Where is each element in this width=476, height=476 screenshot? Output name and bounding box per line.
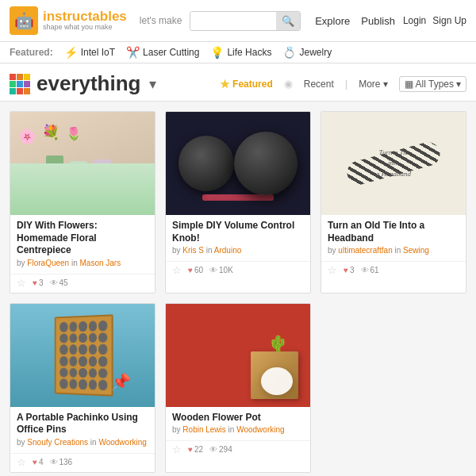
title-dropdown-arrow[interactable]: ▾ — [149, 75, 156, 93]
explore-link[interactable]: Explore — [315, 15, 350, 27]
card-title: DIY With Flowers: Homemade Floral Centre… — [17, 220, 148, 257]
card-body: Turn an Old Tie Into a Headband by ultim… — [321, 215, 466, 261]
star-icon: ★ — [220, 78, 230, 90]
featured-filter-btn[interactable]: ★ Featured — [217, 76, 276, 92]
card-flowers[interactable]: 🌸 💐 🌷 DIY With Flowers: Homemade Floral … — [10, 111, 155, 294]
category-link[interactable]: Woodworking — [98, 438, 146, 447]
card-footer: ☆ ♥60 👁10K — [166, 261, 310, 280]
featured-filter-label: Featured — [232, 79, 273, 90]
card-body: A Portable Pachinko Using Office Pins by… — [10, 407, 155, 453]
author-link[interactable]: FloraQueen — [27, 259, 69, 267]
recent-filter-btn[interactable]: Recent — [301, 77, 337, 91]
heart-icon: ♥ — [33, 278, 37, 287]
logo-icon: 🤖 — [10, 6, 38, 35]
card-headband[interactable]: Turn a Tieintoa Headband Turn an Old Tie… — [321, 111, 466, 294]
publish-link[interactable]: Publish — [361, 15, 395, 27]
heart-icon: ♥ — [188, 266, 193, 274]
card-author: by FloraQueen in Mason Jars — [17, 259, 148, 267]
color-grid-icon — [10, 74, 30, 94]
more-filter-btn[interactable]: More ▾ — [355, 77, 390, 91]
heart-icon: ♥ — [188, 445, 193, 454]
eye-icon: 👁 — [50, 278, 58, 287]
card-author: by ultimatecraftfan in Sewing — [328, 246, 459, 255]
logo-area[interactable]: 🤖 instructables shape what you make — [10, 6, 127, 35]
likes-count: 3 — [39, 278, 44, 287]
card-footer: ☆ ♥4 👁136 — [10, 453, 155, 472]
likes-stat: ♥4 — [33, 458, 44, 466]
grid-icon: ▦ — [405, 79, 413, 90]
views-stat: 👁45 — [50, 278, 68, 287]
likes-stat: ♥3 — [344, 266, 355, 274]
category-link[interactable]: Mason Jars — [80, 259, 121, 267]
featured-laser[interactable]: ✂️ Laser Cutting — [126, 46, 199, 59]
more-filter-label: More — [359, 79, 380, 90]
featured-intel[interactable]: ⚡ Intel IoT — [64, 46, 115, 59]
card-knob[interactable]: Simple DIY Volume Control Knob! by Kris … — [165, 111, 311, 294]
card-author: by Robin Lewis in Woodworking — [172, 425, 304, 434]
favorite-star-icon[interactable]: ☆ — [328, 264, 337, 276]
views-stat: 👁10K — [209, 266, 233, 274]
lifehacks-icon: 💡 — [210, 46, 224, 59]
all-types-btn[interactable]: ▦ All Types ▾ — [399, 76, 466, 92]
login-link[interactable]: Login — [403, 15, 426, 26]
page-header: everything ▾ ★ Featured ◉ Recent | More … — [0, 63, 476, 102]
favorite-star-icon[interactable]: ☆ — [17, 456, 26, 468]
favorite-star-icon[interactable]: ☆ — [172, 443, 182, 455]
content-area: 🌸 💐 🌷 DIY With Flowers: Homemade Floral … — [0, 102, 476, 476]
page-title: everything — [36, 71, 141, 96]
filter-bar: ★ Featured ◉ Recent | More ▾ ▦ All Types… — [217, 76, 466, 92]
card-title: Wooden Flower Pot — [172, 412, 304, 424]
signup-link[interactable]: Sign Up — [432, 15, 466, 26]
author-link[interactable]: Kris S — [182, 246, 204, 255]
card-pachinko[interactable]: 📌 A Portable Pachinko Using Office Pins … — [10, 303, 155, 473]
likes-count: 4 — [39, 458, 44, 466]
types-dropdown-arrow: ▾ — [456, 79, 461, 90]
category-link[interactable]: Arduino — [214, 246, 241, 255]
featured-label: Featured: — [10, 47, 53, 58]
favorite-star-icon[interactable]: ☆ — [172, 264, 182, 276]
card-footer: ☆ ♥3 👁61 — [321, 261, 466, 280]
lets-make-label: let's make — [140, 15, 182, 26]
all-types-label: All Types — [416, 79, 454, 90]
more-dropdown-arrow: ▾ — [383, 79, 388, 90]
likes-stat: ♥3 — [33, 278, 44, 287]
jewelry-icon: 💍 — [282, 46, 296, 59]
card-body: DIY With Flowers: Homemade Floral Centre… — [10, 215, 155, 274]
search-button[interactable]: 🔍 — [276, 12, 300, 30]
card-grid: 🌸 💐 🌷 DIY With Flowers: Homemade Floral … — [10, 111, 466, 473]
author-link[interactable]: Snoufy Creations — [27, 438, 88, 447]
featured-jewelry-label: Jewelry — [299, 47, 332, 58]
card-body: Simple DIY Volume Control Knob! by Kris … — [166, 215, 310, 261]
site-name: instructables — [43, 10, 127, 23]
author-link[interactable]: ultimatecraftfan — [338, 246, 392, 255]
card-title: Turn an Old Tie Into a Headband — [328, 220, 459, 244]
category-link[interactable]: Woodworking — [236, 425, 284, 434]
card-footer: ☆ ♥3 👁45 — [10, 274, 155, 293]
search-input[interactable] — [190, 12, 276, 29]
views-stat: 👁136 — [50, 458, 73, 466]
eye-icon: 👁 — [209, 445, 217, 454]
top-nav: 🤖 instructables shape what you make let'… — [0, 0, 476, 42]
eye-icon: 👁 — [50, 458, 58, 466]
likes-count: 22 — [194, 445, 203, 454]
search-bar[interactable]: 🔍 — [190, 11, 301, 31]
card-body: Wooden Flower Pot by Robin Lewis in Wood… — [166, 407, 310, 441]
card-title: Simple DIY Volume Control Knob! — [172, 220, 304, 244]
favorite-star-icon[interactable]: ☆ — [17, 277, 26, 289]
featured-intel-label: Intel IoT — [81, 47, 115, 58]
featured-jewelry[interactable]: 💍 Jewelry — [282, 46, 332, 59]
author-link[interactable]: Robin Lewis — [182, 425, 225, 434]
views-stat: 👁61 — [361, 266, 379, 274]
logo-text-area: instructables shape what you make — [43, 10, 127, 32]
recent-filter-label: Recent — [304, 79, 334, 90]
category-link[interactable]: Sewing — [403, 246, 429, 255]
featured-lifehacks[interactable]: 💡 Life Hacks — [210, 46, 271, 59]
eye-icon: 👁 — [361, 266, 369, 274]
likes-stat: ♥60 — [188, 266, 203, 274]
laser-icon: ✂️ — [126, 46, 140, 59]
views-stat: 👁294 — [209, 445, 232, 454]
likes-stat: ♥22 — [188, 445, 203, 454]
card-flowerpot[interactable]: 🌵 Wooden Flower Pot by Robin Lewis in Wo… — [165, 303, 311, 473]
intel-icon: ⚡ — [64, 46, 78, 59]
views-count: 294 — [219, 445, 232, 454]
